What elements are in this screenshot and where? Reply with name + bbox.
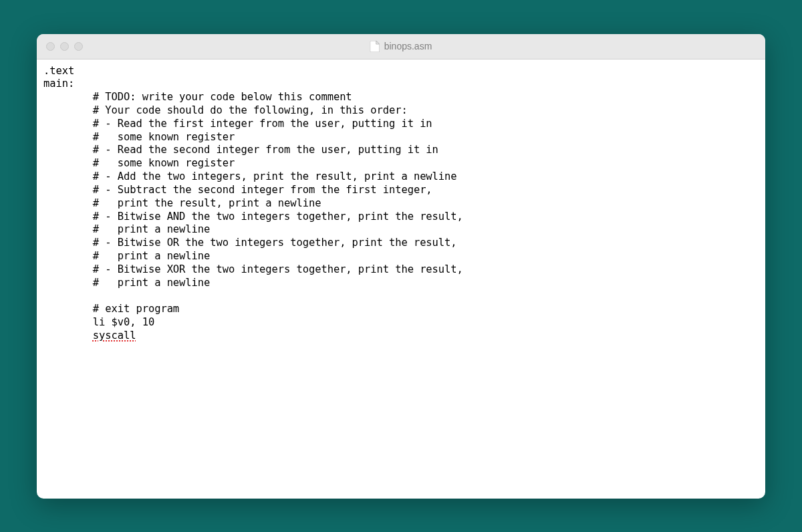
minimize-button[interactable]: [60, 42, 69, 51]
code-line: # some known register: [43, 131, 235, 143]
code-line: # - Bitwise AND the two integers togethe…: [43, 211, 463, 223]
traffic-lights: [46, 42, 83, 51]
code-line: # - Bitwise OR the two integers together…: [43, 237, 457, 249]
editor-content[interactable]: .text main: # TODO: write your code belo…: [37, 59, 765, 499]
code-line: .text: [43, 65, 74, 77]
code-line: # some known register: [43, 157, 235, 169]
window-title: binops.asm: [384, 41, 432, 51]
code-line: # TODO: write your code below this comme…: [43, 91, 352, 103]
code-line: main:: [43, 78, 74, 90]
code-line: # print a newline: [43, 250, 210, 262]
titlebar[interactable]: binops.asm: [37, 34, 765, 59]
code-line: # print a newline: [43, 277, 210, 289]
code-line: # - Subtract the second integer from the…: [43, 184, 432, 196]
close-button[interactable]: [46, 42, 55, 51]
code-line: # Your code should do the following, in …: [43, 104, 408, 116]
code-line: # exit program: [43, 303, 179, 315]
editor-window: binops.asm .text main: # TODO: write you…: [37, 34, 765, 499]
file-icon: [370, 41, 380, 52]
code-line-prefix: [43, 329, 93, 342]
code-line: # print a newline: [43, 223, 210, 235]
code-line: li $v0, 10: [43, 316, 154, 328]
spellcheck-word: syscall: [93, 329, 136, 342]
maximize-button[interactable]: [74, 42, 83, 51]
code-line: # print the result, print a newline: [43, 197, 321, 209]
code-line: # - Read the second integer from the use…: [43, 144, 438, 156]
code-line: # - Bitwise XOR the two integers togethe…: [43, 263, 463, 275]
title-area: binops.asm: [370, 41, 432, 52]
code-line: # - Read the first integer from the user…: [43, 118, 432, 130]
code-line: # - Add the two integers, print the resu…: [43, 170, 457, 182]
